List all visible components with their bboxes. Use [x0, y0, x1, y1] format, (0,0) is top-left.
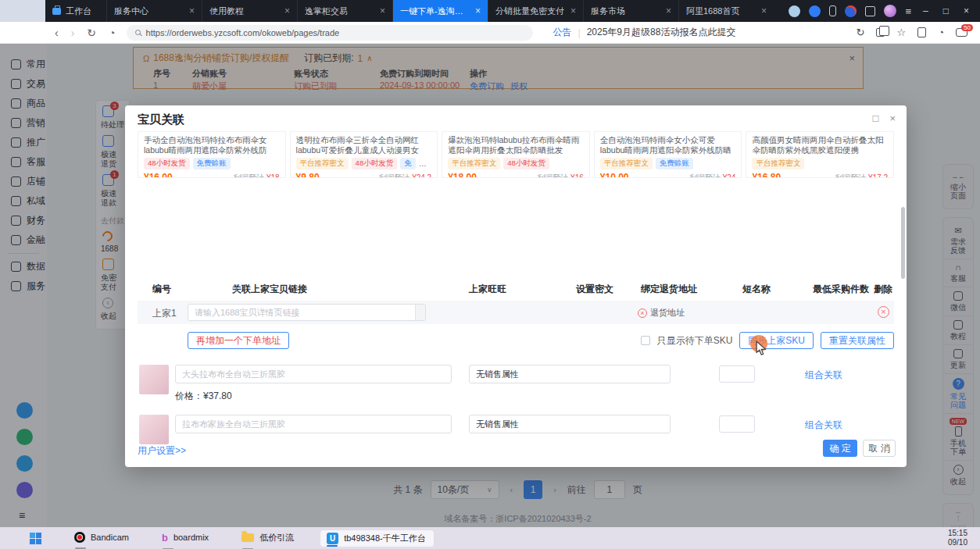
cancel-button[interactable]: 取 消 — [863, 440, 896, 457]
col-header-min-qty: 最低采购件数 — [813, 283, 869, 296]
modal-maximize-icon[interactable]: □ — [873, 113, 879, 123]
col-header-no: 编号 — [152, 283, 171, 296]
tag-platform-cipher: 平台推荐密文 — [752, 158, 804, 169]
qianniu-icon: U — [327, 533, 338, 544]
reload-icon[interactable]: ↻ — [87, 27, 96, 38]
card-price: ¥10.00 — [600, 172, 629, 178]
tab-label: 分销批量免密支付 — [495, 5, 566, 17]
info-icon[interactable]: ⓘ — [232, 283, 241, 294]
combo-association-link[interactable]: 组合关联 — [805, 419, 842, 432]
taskbar-app-qianniu-active[interactable]: U tb498348-千牛工作台 — [320, 530, 434, 547]
card-profit: 利润预计 ¥17.2 — [835, 173, 888, 178]
only-pending-sku-label[interactable]: 只显示待下单SKU — [657, 334, 733, 348]
restore-window-icon[interactable]: □ — [940, 5, 952, 16]
extension-icon[interactable] — [845, 5, 857, 17]
taskbar-app-boardmix[interactable]: b boardmix — [162, 532, 209, 545]
start-menu-icon[interactable] — [30, 533, 41, 544]
tag-truncated: 免 — [400, 158, 416, 169]
delete-row-icon[interactable]: × — [878, 306, 889, 318]
tab-batch-payment[interactable]: 分销批量免密支付 × — [488, 0, 583, 22]
modal-close-icon[interactable]: × — [889, 113, 896, 123]
url-input[interactable]: https://orderwebs.yzcsoft.com/okoweb/pag… — [127, 25, 533, 41]
phone-mirror-icon[interactable] — [829, 5, 836, 16]
sku-qty-input[interactable] — [719, 365, 755, 383]
profile-avatar[interactable] — [884, 5, 896, 17]
tab-close-icon[interactable]: × — [761, 6, 767, 16]
notes-extension-icon[interactable] — [865, 6, 875, 16]
confirm-button[interactable]: 确 定 — [823, 440, 857, 457]
clock-icon[interactable]: ◔ — [938, 27, 944, 38]
product-card[interactable]: 全自动泡泡玛特雨伞女小众可爱labubu晴雨两用遮阳伞防紫外线防晒 平台推荐密文… — [594, 131, 742, 178]
col-header-wangwang: 上家旺旺 — [469, 283, 506, 296]
tag-platform-cipher: 平台推荐密文 — [296, 158, 349, 169]
tab-close-icon[interactable]: × — [284, 6, 290, 16]
bookmark-star-icon[interactable]: ☆ — [896, 27, 906, 38]
url-text: https://orderwebs.yzcsoft.com/okoweb/pag… — [146, 28, 340, 37]
back-icon[interactable]: ‹ — [55, 27, 59, 38]
minimize-window-icon[interactable]: – — [920, 5, 932, 16]
announcement[interactable]: 公告 | 2025年9月超级88活动报名点此提交 — [553, 26, 736, 39]
taskbar-app-label: 低价引流 — [259, 532, 294, 544]
tag-free-credit: 免费赊账 — [656, 158, 693, 169]
sync-icon[interactable]: ↻ — [857, 27, 865, 38]
tab-label: 使用教程 — [209, 5, 280, 17]
card-price: ¥9.80 — [296, 172, 320, 178]
tab-one-click-order-active[interactable]: 一键下单-逸淘软件 × — [392, 0, 488, 22]
card-title: 透明拉布布雨伞三折伞全自动网红labubu可爱折叠儿童成人动漫男女 — [296, 135, 432, 155]
tab-close-icon[interactable]: × — [380, 6, 385, 16]
close-window-icon[interactable]: × — [960, 5, 972, 16]
combo-association-link[interactable]: 组合关联 — [805, 369, 842, 382]
taskbar-app-label: tb498348-千牛工作台 — [344, 533, 426, 544]
tag-platform-cipher: 平台推荐密文 — [600, 158, 653, 169]
modal-scrollbar[interactable] — [901, 207, 905, 279]
tab-service-market[interactable]: 服务市场 × — [583, 0, 678, 22]
modal-action-row: 再增加一个下单地址 只显示待下单SKU 同步上家SKU 重置关联属性 — [125, 332, 894, 352]
tab-service-center[interactable]: 服务中心 × — [106, 0, 202, 22]
tab-yizhanggui-trade[interactable]: 逸掌柜交易 × — [297, 0, 392, 22]
product-card[interactable]: 高颜值男女晴雨两用伞自动折叠太阳伞防晒防紫外线黑胶遮阳便携 平台推荐密文 ¥16… — [746, 131, 894, 178]
card-profit: 利润预计 ¥16 — [537, 173, 583, 178]
reset-association-button[interactable]: 重置关联属性 — [821, 332, 894, 349]
sku-qty-input[interactable] — [719, 415, 755, 433]
user-settings-link[interactable]: 用户设置>> — [138, 444, 186, 458]
col-header-cipher: 设置密文 — [576, 283, 613, 296]
page-icon[interactable] — [917, 27, 926, 37]
history-icon[interactable]: ◔ — [109, 27, 115, 38]
announcement-label: 公告 — [553, 26, 572, 39]
system-clock[interactable]: 15:15 09/10 — [948, 529, 980, 547]
tab-close-icon[interactable]: × — [475, 6, 481, 16]
boardmix-icon: b — [162, 532, 168, 544]
tab-close-icon[interactable]: × — [666, 6, 671, 16]
only-pending-sku-checkbox[interactable] — [641, 336, 650, 345]
taskbar-app-bandicam[interactable]: Bandicam — [74, 532, 129, 544]
sku-attr-input[interactable] — [469, 365, 671, 383]
copy-icon[interactable] — [876, 28, 885, 37]
product-association-modal: 宝贝关联 □ × 手动全自动泡泡玛特拉布布雨伞女labubu晴雨两用遮阳伞防紫外… — [125, 105, 907, 467]
bandicam-icon — [74, 532, 85, 543]
tab-close-icon[interactable]: × — [570, 6, 576, 16]
forward-icon[interactable]: › — [71, 27, 75, 38]
announcement-text[interactable]: 2025年9月超级88活动报名点此提交 — [587, 26, 736, 39]
col-header-shortname: 短名称 — [742, 283, 771, 296]
tab-close-icon[interactable]: × — [189, 6, 195, 16]
sku-shortname-input[interactable] — [175, 415, 452, 433]
add-order-address-button[interactable]: 再增加一个下单地址 — [188, 332, 289, 349]
tab-1688-home[interactable]: 阿里1688首页 × — [678, 0, 774, 22]
product-card[interactable]: 手动全自动泡泡玛特拉布布雨伞女labubu晴雨两用遮阳伞防紫外线防 48小时发货… — [138, 131, 286, 178]
extension-icon[interactable] — [789, 5, 800, 17]
modal-title: 宝贝关联 — [138, 112, 184, 127]
supplier-link-input[interactable] — [188, 304, 426, 321]
messages-icon[interactable]: 50 — [956, 28, 967, 37]
browser-menu-icon[interactable]: ≡ — [905, 5, 911, 17]
extension-icon[interactable] — [809, 5, 821, 17]
input-suffix[interactable] — [415, 305, 425, 320]
sku-attr-input[interactable] — [469, 415, 671, 433]
sku-shortname-input[interactable] — [175, 365, 452, 383]
tab-workbench[interactable]: 工作台 — [45, 0, 106, 22]
taskbar-app-folder[interactable]: 低价引流 — [241, 532, 294, 545]
product-card[interactable]: 透明拉布布雨伞三折伞全自动网红labubu可爱折叠儿童成人动漫男女 平台推荐密文… — [290, 131, 438, 178]
tabbar-corner — [0, 0, 45, 22]
return-address-link[interactable]: × 退货地址 — [638, 307, 685, 319]
product-card[interactable]: 爆款泡泡玛特labubu拉布布雨伞晴雨遮阳伞两用折叠太阳伞防晒批发 平台推荐密文… — [442, 131, 590, 178]
tab-tutorial[interactable]: 使用教程 × — [202, 0, 297, 22]
